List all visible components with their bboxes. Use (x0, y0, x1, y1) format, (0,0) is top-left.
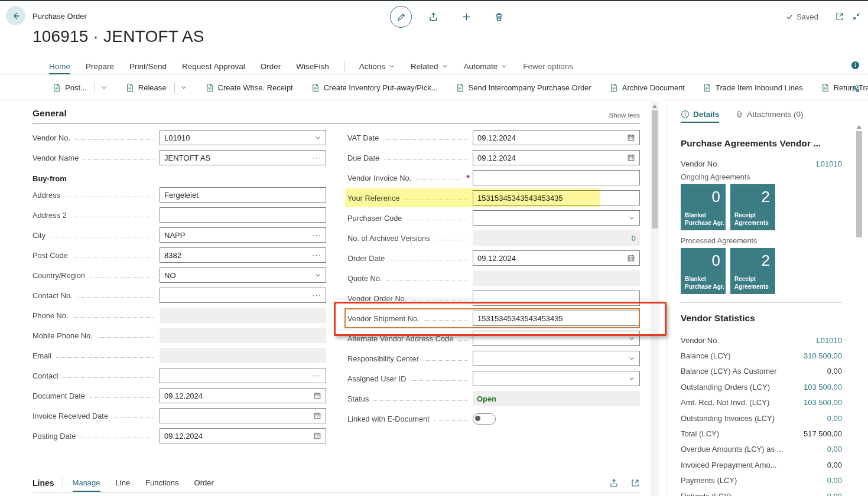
e-document-toggle[interactable] (473, 413, 496, 425)
menu-item-request-approval[interactable]: Request Approval (182, 58, 245, 74)
general-heading[interactable]: General (32, 108, 67, 119)
page-inspection-button[interactable] (851, 61, 860, 72)
ellipsis-button[interactable]: ··· (312, 292, 321, 298)
field-input-vendor-name[interactable]: JENTOFT AS··· (160, 150, 326, 165)
calendar-icon[interactable] (313, 391, 321, 400)
stat-value[interactable]: 103 500,00 (804, 383, 842, 391)
factbox-tab-attachments-0[interactable]: Attachments (0) (736, 105, 803, 123)
pane-scrollbar-thumb[interactable] (856, 131, 862, 237)
stat-value[interactable]: 310 500,00 (804, 351, 842, 360)
ellipsis-button[interactable]: ··· (312, 373, 321, 378)
lines-tab-functions[interactable]: Functions (145, 474, 178, 492)
main-scrollbar[interactable] (651, 102, 659, 496)
factbox-tab-details[interactable]: Details (681, 105, 719, 123)
ribbon-action-trade-item-inbound-lines[interactable]: Trade Item Inbound Lines (703, 83, 803, 92)
field-input-your-reference[interactable]: 15315345343543453435 (473, 190, 640, 205)
calendar-icon[interactable] (627, 254, 635, 262)
field-input-address-2[interactable] (160, 207, 326, 223)
ribbon-action-post[interactable]: Post... (52, 83, 108, 93)
share-lines-icon[interactable] (609, 478, 619, 488)
calendar-icon[interactable] (627, 133, 635, 142)
field-input-due-date[interactable]: 09.12.2024 (473, 150, 640, 165)
pane-scrollbar[interactable] (855, 122, 863, 496)
field-input-post-code[interactable]: 8382··· (160, 247, 326, 263)
stat-value[interactable]: 0,00 (827, 476, 842, 485)
ellipsis-button[interactable]: ··· (312, 232, 321, 238)
lines-heading[interactable]: Lines (32, 478, 54, 488)
field-input-responsibility-center[interactable] (473, 351, 640, 366)
vendor-statistics-heading[interactable]: Vendor Statistics (681, 313, 842, 324)
field-input-contact[interactable]: ··· (160, 368, 326, 383)
field-input-vendor-invoice-no[interactable] (473, 170, 640, 185)
tile-blanket-purchase-agr[interactable]: 0Blanket Purchase Agr. (681, 184, 726, 230)
menu-item-home[interactable]: Home (49, 58, 70, 74)
vendor-no-value[interactable]: L01010 (817, 159, 842, 168)
calendar-icon[interactable] (627, 154, 635, 162)
field-input-invoice-received-date[interactable] (160, 408, 326, 423)
chevron-down-icon[interactable] (100, 84, 108, 91)
stat-value[interactable]: 0,00 (827, 414, 842, 423)
chevron-down-icon[interactable] (180, 84, 187, 91)
ribbon-action-create-whse-receipt[interactable]: Create Whse. Receipt (205, 83, 293, 92)
ellipsis-button[interactable]: ··· (312, 252, 321, 258)
scroll-up-arrow[interactable] (652, 105, 657, 108)
menu-item-wisefish[interactable]: WiseFish (296, 58, 329, 74)
field-input-vendor-shipment-no[interactable]: 15315345343543453435 (473, 311, 640, 326)
chevron-down-icon[interactable] (628, 375, 635, 382)
tile-receipt-agreements[interactable]: 2Receipt Agreements (730, 184, 775, 230)
ribbon-action-release[interactable]: Release (125, 83, 187, 93)
menu-item-prepare[interactable]: Prepare (86, 58, 114, 74)
delete-button[interactable] (494, 12, 504, 24)
menu-item-fewer-options[interactable]: Fewer options (523, 58, 573, 74)
field-input-country-region[interactable]: NO (160, 267, 326, 283)
collapse-page-button[interactable] (851, 12, 861, 24)
field-input-posting-date[interactable]: 09.12.2024 (160, 428, 326, 443)
ribbon-action-send-intercompany-purchase-order[interactable]: Send Intercompany Purchase Order (456, 83, 591, 92)
field-input-vat-date[interactable]: 09.12.2024 (473, 130, 640, 145)
new-document-button[interactable] (461, 12, 472, 24)
menu-item-automate[interactable]: Automate (464, 58, 508, 74)
calendar-icon[interactable] (313, 412, 321, 420)
tile-blanket-purchase-agr[interactable]: 0Blanket Purchase Agr. (681, 248, 726, 294)
lines-tab-order[interactable]: Order (194, 474, 214, 492)
field-input-assigned-user-id[interactable] (473, 371, 640, 386)
field-input-document-date[interactable]: 09.12.2024 (160, 388, 326, 403)
field-input-order-date[interactable]: 09.12.2024 (473, 250, 640, 266)
stat-value[interactable]: 103 500,00 (804, 398, 842, 407)
open-in-new-window-button[interactable] (835, 12, 844, 24)
edit-button[interactable] (390, 6, 412, 28)
menu-item-order[interactable]: Order (261, 58, 281, 74)
tile-receipt-agreements[interactable]: 2Receipt Agreements (730, 248, 775, 294)
ribbon-action-create-inventory-put-away-pick[interactable]: Create Inventory Put-away/Pick... (311, 83, 438, 92)
share-button[interactable] (428, 12, 438, 24)
menu-item-print-send[interactable]: Print/Send (129, 58, 167, 74)
purchase-agreements-heading[interactable]: Purchase Agreements Vendor ... (681, 138, 842, 149)
chevron-down-icon[interactable] (314, 134, 321, 141)
field-input-city[interactable]: NAPP··· (160, 227, 326, 243)
stat-value[interactable]: L01010 (817, 336, 842, 345)
pin-ribbon-button[interactable] (850, 83, 860, 96)
ellipsis-button[interactable]: ··· (312, 155, 321, 161)
lines-tab-manage[interactable]: Manage (73, 474, 100, 492)
ribbon-action-return-trade-items[interactable]: Return Trade Items (821, 83, 868, 92)
stat-value[interactable]: 0,00 (827, 492, 842, 496)
menu-item-actions[interactable]: Actions (359, 58, 395, 74)
chevron-down-icon[interactable] (628, 335, 635, 342)
field-input-contact-no[interactable]: ··· (160, 288, 326, 303)
chevron-down-icon[interactable] (628, 214, 635, 221)
field-input-address[interactable]: Fergeleiet (160, 187, 326, 203)
scrollbar-thumb[interactable] (652, 110, 658, 229)
ribbon-action-archive-document[interactable]: Archive Document (609, 83, 685, 92)
field-input-alternate-vendor-address-code[interactable] (473, 331, 640, 346)
open-lines-in-window-icon[interactable] (630, 478, 640, 488)
show-less-link[interactable]: Show less (609, 112, 640, 119)
lines-tab-line[interactable]: Line (116, 474, 131, 492)
calendar-icon[interactable] (313, 432, 321, 440)
pane-scroll-up-arrow[interactable] (857, 125, 862, 129)
menu-item-related[interactable]: Related (411, 58, 448, 74)
field-input-purchaser-code[interactable] (473, 210, 640, 226)
field-input-vendor-no[interactable]: L01010 (160, 130, 326, 145)
chevron-down-icon[interactable] (314, 272, 321, 279)
chevron-down-icon[interactable] (628, 355, 635, 362)
back-button[interactable] (6, 6, 25, 25)
